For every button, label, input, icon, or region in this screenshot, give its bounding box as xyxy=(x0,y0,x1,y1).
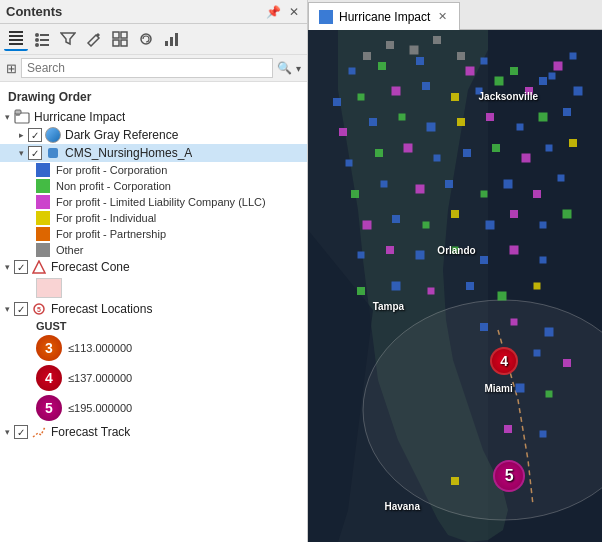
legend-nonprofit: Non profit - Corporation xyxy=(0,178,307,194)
forecast-track-checkbox[interactable]: ✓ xyxy=(14,425,28,439)
forecast-track-layer[interactable]: ▾ ✓ Forecast Track xyxy=(0,423,307,441)
partnership-label: For profit - Partnership xyxy=(56,228,166,240)
map-canvas[interactable]: Jacksonville Orlando Tampa Miami Havana … xyxy=(308,30,602,542)
panel-header-icons: 📌 ✕ xyxy=(264,5,301,19)
forecast-track-arrow: ▾ xyxy=(0,427,14,437)
forecast-locations-icon: 5 xyxy=(31,301,47,317)
map-tab-close[interactable]: ✕ xyxy=(436,10,449,23)
symbol-tab[interactable] xyxy=(134,27,158,51)
individual-label: For profit - Individual xyxy=(56,212,156,224)
map-panel: Hurricane Impact ✕ Jacksonville Orlando … xyxy=(308,0,602,542)
forecast-locations-layer[interactable]: ▾ ✓ 5 Forecast Locations xyxy=(0,300,307,318)
nonprofit-label: Non profit - Corporation xyxy=(56,180,171,192)
svg-rect-0 xyxy=(9,39,23,41)
svg-rect-2 xyxy=(9,31,23,33)
svg-point-8 xyxy=(35,43,39,47)
section-label: Drawing Order xyxy=(0,86,307,108)
gust-value-4: ≤137.000000 xyxy=(68,372,132,384)
search-go-icon[interactable]: 🔍 xyxy=(277,61,292,75)
dark-gray-icon xyxy=(45,127,61,143)
toolbar xyxy=(0,24,307,55)
forecast-track-icon xyxy=(31,424,47,440)
partnership-swatch xyxy=(36,227,50,241)
hurricane-impact-tab[interactable]: Hurricane Impact ✕ xyxy=(308,2,460,30)
grid-tab[interactable] xyxy=(108,27,132,51)
svg-text:5: 5 xyxy=(37,306,41,313)
jacksonville-label: Jacksonville xyxy=(479,91,538,102)
expand-arrow-2: ▸ xyxy=(14,130,28,140)
legend-partnership: For profit - Partnership xyxy=(0,226,307,242)
legend-other: Other xyxy=(0,242,307,258)
svg-rect-15 xyxy=(165,41,168,46)
forecast-cone-symbol xyxy=(36,278,62,298)
havana-label: Havana xyxy=(384,501,420,512)
group-icon xyxy=(14,109,30,125)
forecast-cone-checkbox[interactable]: ✓ xyxy=(14,260,28,274)
cms-checkbox[interactable]: ✓ xyxy=(28,146,42,160)
forecast-locations-label: Forecast Locations xyxy=(51,302,152,316)
gust-item-4: 4 ≤137.000000 xyxy=(0,363,307,393)
edit-tab[interactable] xyxy=(82,27,106,51)
cat5-badge: 5 xyxy=(36,395,62,421)
hurricane-impact-label: Hurricane Impact xyxy=(34,110,125,124)
forecast-cone-icon xyxy=(31,259,47,275)
svg-rect-3 xyxy=(9,43,23,45)
gust-value-5: ≤195.000000 xyxy=(68,402,132,414)
svg-rect-9 xyxy=(40,44,49,46)
drawing-order-tab[interactable] xyxy=(4,27,28,51)
florida-shape xyxy=(308,30,602,542)
gust-value-3: ≤113.000000 xyxy=(68,342,132,354)
orlando-label: Orlando xyxy=(437,245,475,256)
search-dropdown-icon[interactable]: ▾ xyxy=(296,63,301,74)
dark-gray-reference-layer[interactable]: ▸ ✓ Dark Gray Reference xyxy=(0,126,307,144)
svg-rect-12 xyxy=(113,40,119,46)
nonprofit-swatch xyxy=(36,179,50,193)
panel-header: Contents 📌 ✕ xyxy=(0,0,307,24)
contents-panel: Contents 📌 ✕ xyxy=(0,0,308,542)
corporation-label: For profit - Corporation xyxy=(56,164,167,176)
svg-rect-13 xyxy=(121,40,127,46)
filter-tab[interactable] xyxy=(56,27,80,51)
pin-icon[interactable]: 📌 xyxy=(264,5,283,19)
svg-rect-10 xyxy=(113,32,119,38)
search-input[interactable] xyxy=(21,58,273,78)
svg-rect-7 xyxy=(40,39,49,41)
legend-individual: For profit - Individual xyxy=(0,210,307,226)
svg-rect-17 xyxy=(175,33,178,46)
cat3-badge: 3 xyxy=(36,335,62,361)
contents-body: Drawing Order ▾ Hurricane Impact ▸ ✓ Dar… xyxy=(0,82,307,542)
cms-nursing-homes-layer[interactable]: ▾ ✓ CMS_NursingHomes_A xyxy=(0,144,307,162)
forecast-cone-layer[interactable]: ▾ ✓ Forecast Cone xyxy=(0,258,307,276)
corporation-swatch xyxy=(36,163,50,177)
svg-rect-21 xyxy=(48,148,58,158)
list-tab[interactable] xyxy=(30,27,54,51)
forecast-cone-arrow: ▾ xyxy=(0,262,14,272)
panel-title: Contents xyxy=(6,4,62,19)
cms-label: CMS_NursingHomes_A xyxy=(65,146,192,160)
chart-tab[interactable] xyxy=(160,27,184,51)
cat4-badge: 4 xyxy=(36,365,62,391)
search-filter-icon[interactable]: ⊞ xyxy=(6,61,17,76)
map-tab-icon xyxy=(319,10,333,24)
llc-swatch xyxy=(36,195,50,209)
svg-rect-1 xyxy=(9,35,23,37)
search-row: ⊞ 🔍 ▾ xyxy=(0,55,307,82)
other-label: Other xyxy=(56,244,84,256)
dark-gray-checkbox[interactable]: ✓ xyxy=(28,128,42,142)
forecast-locations-arrow: ▾ xyxy=(0,304,14,314)
hurricane-impact-layer[interactable]: ▾ Hurricane Impact xyxy=(0,108,307,126)
svg-rect-16 xyxy=(170,37,173,46)
legend-corporation: For profit - Corporation xyxy=(0,162,307,178)
close-icon[interactable]: ✕ xyxy=(287,5,301,19)
gust-label: GUST xyxy=(0,318,307,333)
svg-marker-22 xyxy=(33,261,45,273)
gust-item-3: 3 ≤113.000000 xyxy=(0,333,307,363)
llc-label: For profit - Limited Liability Company (… xyxy=(56,196,266,208)
svg-point-6 xyxy=(35,38,39,42)
individual-swatch xyxy=(36,211,50,225)
dark-gray-label: Dark Gray Reference xyxy=(65,128,178,142)
map-tab-bar: Hurricane Impact ✕ xyxy=(308,0,602,30)
map-tab-label: Hurricane Impact xyxy=(339,10,430,24)
forecast-locations-checkbox[interactable]: ✓ xyxy=(14,302,28,316)
svg-rect-5 xyxy=(40,34,49,36)
